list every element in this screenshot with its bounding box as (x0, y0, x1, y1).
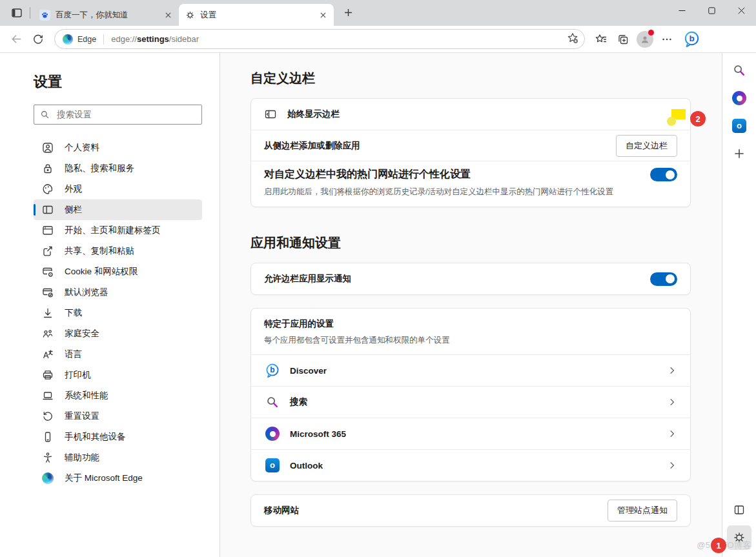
site-info-chip[interactable]: Edge (63, 34, 96, 45)
start-page-icon (41, 224, 54, 237)
search-app-icon (264, 395, 281, 409)
sidebar-item-downloads[interactable]: 下载 (34, 303, 202, 323)
bing-discover-icon: b (264, 363, 281, 378)
rail-customize-sidebar-icon[interactable] (727, 498, 751, 522)
outlook-icon (264, 458, 281, 472)
sidebar-item-sidebar[interactable]: 侧栏 (34, 199, 202, 220)
favorites-icon[interactable] (590, 28, 612, 50)
tab-actions-menu-icon[interactable] (6, 3, 27, 23)
search-input[interactable] (56, 109, 196, 120)
sidebar-item-system[interactable]: 系统和性能 (34, 385, 202, 406)
window-controls (667, 0, 756, 21)
rail-add-app-icon[interactable] (727, 141, 751, 166)
phone-icon (41, 430, 54, 443)
add-remove-apps-label: 从侧边栏添加或删除应用 (264, 140, 616, 152)
sidebar-item-reset[interactable]: 重置设置 (34, 406, 202, 427)
collections-icon[interactable] (612, 28, 634, 50)
customize-sidebar-card: 始终显示边栏 从侧边栏添加或删除应用 自定义边栏 对自定义边栏中我的热门网站进行… (250, 98, 691, 207)
sidebar-item-default-browser[interactable]: 默认浏览器 (34, 282, 202, 303)
sidebar-item-cookies[interactable]: Cookie 和网站权限 (34, 261, 202, 282)
edge-logo-icon (63, 34, 73, 45)
sidebar-item-languages[interactable]: 语言 (34, 344, 202, 365)
settings-more-icon[interactable] (656, 28, 678, 50)
browser-toolbar: Edge edge://settings/sidebar b (0, 26, 756, 53)
back-icon[interactable] (5, 28, 27, 50)
add-favorite-icon[interactable] (566, 32, 579, 47)
app-row-search[interactable]: 搜索 (251, 386, 690, 418)
app-row-discover[interactable]: b Discover (251, 354, 690, 386)
settings-title: 设置 (34, 72, 220, 92)
annotation-highlight (671, 109, 686, 119)
profile-icon (41, 141, 54, 154)
sidebar-item-privacy[interactable]: 隐私、搜索和服务 (34, 158, 202, 179)
chevron-right-icon (667, 429, 677, 439)
microsoft-365-icon (264, 427, 281, 441)
accessibility-icon (41, 451, 54, 464)
chevron-right-icon (667, 397, 677, 407)
app-row-microsoft365[interactable]: Microsoft 365 (251, 418, 690, 449)
svg-text:b: b (689, 34, 694, 43)
sidebar-item-family[interactable]: 家庭安全 (34, 323, 202, 344)
sidebar-item-start-home[interactable]: 开始、主页和新建标签页 (34, 220, 202, 241)
edge-logo-icon (41, 472, 54, 485)
tab-close-icon[interactable] (317, 9, 329, 21)
sidebar-item-share-copy-paste[interactable]: 共享、复制和粘贴 (34, 241, 202, 261)
chip-divider (103, 34, 104, 45)
search-icon (40, 110, 50, 119)
url-text[interactable]: edge://settings/sidebar (111, 34, 199, 44)
baidu-favicon-icon (39, 10, 50, 21)
app-notification-heading: 应用和通知设置 (250, 234, 691, 252)
settings-nav: 设置 个人资料 隐私、搜索和服务 外观 侧栏 (0, 53, 220, 557)
allow-notifications-toggle[interactable] (650, 272, 677, 286)
address-bar[interactable]: Edge edge://settings/sidebar (54, 29, 585, 49)
maximize-button[interactable] (697, 0, 726, 21)
app-name: Microsoft 365 (290, 429, 346, 439)
tab-title: 设置 (200, 10, 312, 21)
personalize-label: 对自定义边栏中我的热门网站进行个性化设置 (264, 168, 650, 181)
app-specific-description: 每个应用都包含可设置并包含通知和权限的单个设置 (264, 334, 677, 346)
mobile-sites-card: 移动网站 管理站点通知 (250, 494, 691, 527)
always-show-sidebar-label: 始终显示边栏 (287, 108, 671, 120)
sidebar-item-printers[interactable]: 打印机 (34, 365, 202, 385)
sidebar-item-profile[interactable]: 个人资料 (34, 137, 202, 158)
rail-search-icon[interactable] (727, 58, 751, 83)
new-tab-button[interactable] (339, 3, 357, 21)
printer-icon (41, 369, 54, 381)
sidebar-item-about-edge[interactable]: 关于 Microsoft Edge (34, 468, 202, 489)
sidebar-item-accessibility[interactable]: 辅助功能 (34, 447, 202, 468)
allow-notifications-row: 允许边栏应用显示通知 (251, 263, 690, 294)
site-chip-label: Edge (77, 35, 96, 44)
refresh-icon[interactable] (27, 28, 49, 50)
bing-discover-icon[interactable]: b (680, 28, 702, 50)
app-row-outlook[interactable]: Outlook (251, 449, 690, 481)
tab-baidu[interactable]: 百度一下，你就知道 (33, 4, 179, 26)
share-icon (41, 245, 54, 258)
palette-icon (41, 183, 54, 196)
chevron-right-icon (667, 365, 677, 376)
personalize-description: 启用此功能后，我们将根据你的浏览历史记录/活动对自定义边栏中显示的热门网站进行个… (264, 186, 677, 197)
mobile-sites-row: 移动网站 管理站点通知 (251, 495, 690, 526)
always-show-sidebar-row: 始终显示边栏 (251, 99, 690, 130)
sidebar-item-appearance[interactable]: 外观 (34, 179, 202, 199)
profile-avatar[interactable] (634, 28, 656, 50)
allow-notifications-card: 允许边栏应用显示通知 (250, 263, 691, 295)
minimize-button[interactable] (667, 0, 697, 21)
tab-close-icon[interactable] (162, 9, 174, 21)
app-name: 搜索 (290, 396, 307, 408)
personalize-toggle[interactable] (650, 168, 677, 181)
allow-notifications-label: 允许边栏应用显示通知 (264, 273, 650, 285)
rail-microsoft-365-icon[interactable] (727, 86, 751, 110)
tab-separator (30, 7, 30, 19)
sidebar-item-phone[interactable]: 手机和其他设备 (34, 427, 202, 447)
reset-icon (41, 410, 54, 423)
app-name: Outlook (290, 461, 323, 471)
sidebar-layout-icon (41, 203, 54, 216)
close-window-button[interactable] (726, 0, 756, 21)
tab-settings[interactable]: 设置 (179, 4, 334, 26)
manage-site-notifications-button[interactable]: 管理站点通知 (608, 500, 677, 522)
rail-outlook-icon[interactable] (727, 114, 751, 138)
customize-sidebar-button[interactable]: 自定义边栏 (616, 135, 677, 157)
app-specific-title: 特定于应用的设置 (264, 318, 677, 330)
settings-search-box[interactable] (34, 105, 202, 125)
lock-icon (41, 162, 54, 175)
